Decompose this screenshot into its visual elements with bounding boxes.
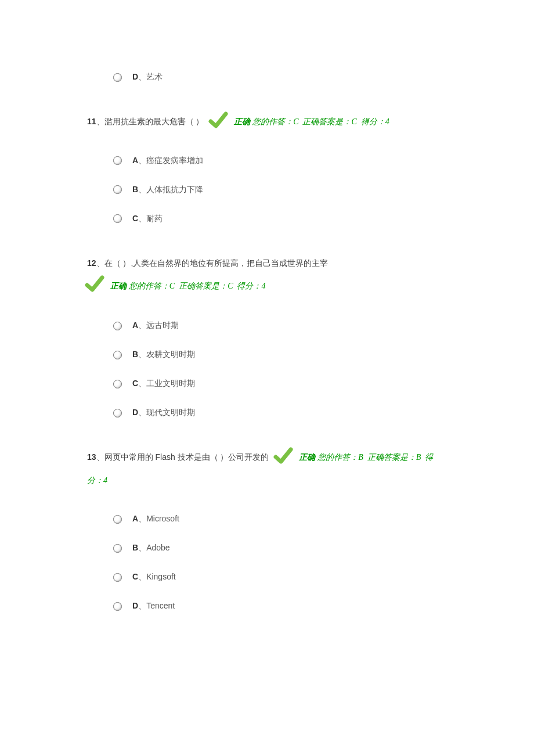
correct-answer-value: C (351, 117, 356, 126)
option-row: C、耐药 (113, 209, 447, 229)
feedback-line: 您的作答：C 正确答案是：C 得分：4 (252, 117, 389, 126)
option-letter: D (132, 72, 138, 81)
option-letter: C (132, 572, 138, 581)
option-label: C、耐药 (132, 214, 163, 224)
correct-answer-value: B (416, 453, 421, 462)
option-row: B、Adobe (113, 538, 447, 558)
radio-icon[interactable] (113, 573, 122, 582)
option-label: C、工业文明时期 (132, 379, 195, 389)
option-label: D、Tencent (132, 601, 175, 611)
question-stem: 在（ ）,人类在自然界的地位有所提高，把自己当成世界的主宰 (104, 258, 329, 268)
option-letter: C (132, 214, 138, 223)
options-q11: A、癌症发病率增加 B、人体抵抗力下降 C、耐药 (113, 151, 447, 229)
question-number: 11 (87, 117, 96, 126)
question-13: 13、网页中常用的 Flash 技术是由（ ）公司开发的 正确 您的作答：B 正… (87, 446, 447, 492)
radio-icon[interactable] (113, 156, 122, 165)
your-answer-label: 您的作答： (252, 117, 293, 126)
option-row: B、人体抵抗力下降 (113, 180, 447, 200)
question-11: 11、滥用抗生素的最大危害（ ） 正确 您的作答：C 正确答案是：C 得分：4 (87, 110, 447, 134)
your-answer-value: C (293, 117, 298, 126)
option-label: A、远古时期 (132, 321, 179, 331)
score-value: 4 (103, 476, 107, 485)
option-text: 工业文明时期 (146, 379, 195, 388)
option-row: C、工业文明时期 (113, 374, 447, 394)
option-row: D、现代文明时期 (113, 403, 447, 423)
option-letter: A (132, 514, 138, 523)
option-letter: D (132, 601, 138, 610)
score-value: 4 (261, 282, 265, 290)
option-row: D、艺术 (113, 67, 447, 87)
question-number: 12 (87, 258, 96, 268)
quiz-page: D、艺术 11、滥用抗生素的最大危害（ ） 正确 您的作答：C 正确答案是：C … (0, 0, 534, 660)
option-letter: A (132, 156, 138, 165)
radio-icon[interactable] (113, 214, 122, 223)
correct-answer-label: 正确答案是： (302, 117, 351, 126)
option-text: Adobe (146, 543, 169, 552)
your-answer-label: 您的作答： (129, 282, 169, 290)
option-label: B、Adobe (132, 543, 170, 553)
orphan-options: D、艺术 (113, 67, 447, 87)
score-value: 4 (385, 117, 389, 126)
radio-icon[interactable] (113, 73, 122, 82)
options-q13: A、Microsoft B、Adobe C、Kingsoft D、Tencent (113, 509, 447, 616)
question-separator: 、 (96, 258, 104, 268)
correct-answer-label: 正确答案是： (367, 453, 416, 462)
option-text: 远古时期 (146, 321, 179, 330)
checkmark-icon (85, 275, 104, 302)
radio-icon[interactable] (113, 185, 122, 194)
option-row: A、癌症发病率增加 (113, 151, 447, 171)
question-separator: 、 (96, 117, 104, 126)
option-text: 艺术 (146, 72, 163, 81)
option-label: B、人体抵抗力下降 (132, 185, 203, 195)
feedback-line: 您的作答：C 正确答案是：C 得分：4 (129, 282, 266, 290)
your-answer-value: B (358, 453, 363, 462)
option-text: 农耕文明时期 (146, 350, 195, 359)
score-label: 得分： (361, 117, 385, 126)
radio-icon[interactable] (113, 602, 122, 611)
option-row: A、Microsoft (113, 509, 447, 529)
option-text: Microsoft (146, 514, 179, 523)
options-q12: A、远古时期 B、农耕文明时期 C、工业文明时期 D、现代文明时期 (113, 316, 447, 423)
option-label: A、Microsoft (132, 514, 179, 524)
option-text: 癌症发病率增加 (146, 156, 203, 165)
option-label: A、癌症发病率增加 (132, 156, 203, 166)
score-label: 得分： (237, 282, 261, 290)
option-text: 现代文明时期 (146, 408, 195, 417)
option-separator: 、 (138, 72, 146, 81)
radio-icon[interactable] (113, 515, 122, 524)
option-label: B、农耕文明时期 (132, 350, 195, 360)
radio-icon[interactable] (113, 351, 122, 359)
option-row: A、远古时期 (113, 316, 447, 336)
status-correct: 正确 (110, 282, 127, 290)
correct-answer-value: C (228, 282, 233, 290)
question-stem: 网页中常用的 Flash 技术是由（ ）公司开发的 (104, 452, 269, 462)
option-row: B、农耕文明时期 (113, 345, 447, 365)
option-text: Tencent (146, 601, 175, 610)
option-letter: D (132, 408, 138, 417)
radio-icon[interactable] (113, 380, 122, 388)
radio-icon[interactable] (113, 322, 122, 330)
option-row: C、Kingsoft (113, 567, 447, 587)
question-number: 13 (87, 452, 96, 462)
option-letter: B (132, 350, 138, 359)
option-letter: B (132, 543, 138, 552)
option-label: C、Kingsoft (132, 572, 176, 582)
option-text: 耐药 (146, 214, 163, 223)
question-separator: 、 (96, 452, 104, 462)
your-answer-label: 您的作答： (317, 453, 358, 462)
radio-icon[interactable] (113, 409, 122, 417)
status-correct: 正确 (234, 117, 250, 126)
radio-icon[interactable] (113, 544, 122, 553)
option-text: Kingsoft (146, 572, 176, 581)
option-label: D、现代文明时期 (132, 408, 195, 418)
checkmark-icon (273, 447, 293, 474)
option-letter: C (132, 379, 138, 388)
option-letter: A (132, 321, 138, 330)
option-letter: B (132, 185, 138, 194)
option-label: D、艺术 (132, 72, 163, 82)
question-12: 12、在（ ）,人类在自然界的地位有所提高，把自己当成世界的主宰 正确 您的作答… (87, 252, 447, 298)
status-correct: 正确 (299, 453, 315, 462)
option-text: 人体抵抗力下降 (146, 185, 203, 194)
correct-answer-label: 正确答案是： (179, 282, 228, 290)
your-answer-value: C (169, 282, 175, 290)
